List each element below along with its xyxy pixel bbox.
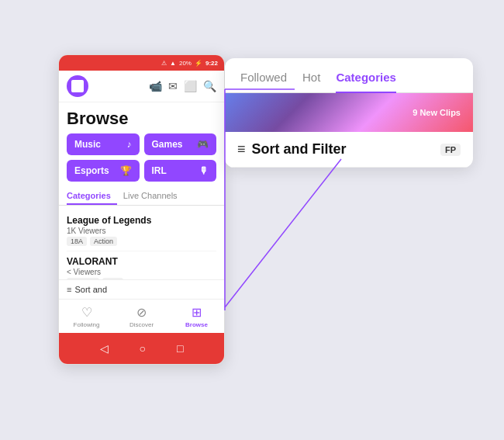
battery-indicator: 20%: [179, 60, 192, 67]
discover-label: Discover: [129, 321, 154, 328]
games-icon: 🎮: [197, 139, 209, 150]
sort-icon: ≡: [67, 285, 71, 294]
tag-action: Action: [90, 237, 117, 246]
irl-category-button[interactable]: IRL 🎙: [144, 160, 217, 182]
browse-title: Browse: [59, 102, 224, 133]
search-icon[interactable]: 🔍: [203, 80, 216, 92]
game-name-lol: League of Legends: [67, 215, 216, 226]
android-navigation-bar: ◁ ○ □: [59, 333, 224, 364]
music-label: Music: [74, 139, 101, 150]
irl-icon: 🎙: [199, 165, 209, 176]
new-clips-badge: 9 New Clips: [413, 108, 461, 117]
app-header: 📹 ✉ ⬜ 🔍: [59, 71, 224, 102]
game-viewers-valorant: < Viewers: [67, 268, 216, 276]
fp-badge: FP: [440, 144, 461, 156]
sort-filter-expanded-label: Sort and Filter: [252, 141, 347, 158]
expanded-panel: Followed Hot Categories 9 New Clips ≡ So…: [225, 58, 473, 168]
phone-frame: ⚠ ▲ 20% ⚡ 9:22 📹 ✉ ⬜ 🔍 Browse Music ♪ Ga…: [58, 54, 225, 365]
category-buttons-grid: Music ♪ Games 🎮 Esports 🏆 IRL 🎙: [59, 133, 224, 182]
wifi-icon: ▲: [170, 60, 176, 67]
image-strip: 9 New Clips: [225, 93, 473, 132]
back-button[interactable]: ◁: [100, 342, 109, 355]
games-category-button[interactable]: Games 🎮: [144, 133, 217, 155]
sub-tabs-bar: Categories Live Channels: [59, 188, 224, 206]
esports-icon: 🏆: [120, 165, 132, 176]
mail-icon[interactable]: ✉: [168, 80, 178, 92]
sort-filter-icon: ≡: [237, 141, 246, 158]
browse-icon: ⊞: [192, 305, 202, 320]
tab-categories[interactable]: Categories: [67, 188, 117, 205]
status-bar: ⚠ ▲ 20% ⚡ 9:22: [59, 55, 224, 71]
game-tags-lol: 18A Action: [67, 237, 216, 246]
game-name-valorant: VALORANT: [67, 256, 216, 267]
panel-tab-hot[interactable]: Hot: [302, 71, 320, 92]
game-viewers-lol: 1K Viewers: [67, 227, 216, 235]
tag-18a: 18A: [67, 237, 87, 246]
nav-discover[interactable]: ⊘ Discover: [114, 305, 169, 328]
status-separator: ⚡: [195, 60, 202, 67]
bottom-nav-bar: ♡ Following ⊘ Discover ⊞ Browse: [59, 299, 224, 333]
sort-filter-expanded-row[interactable]: ≡ Sort and Filter FP: [225, 132, 473, 168]
alert-icon: ⚠: [161, 60, 167, 67]
sort-filter-bar[interactable]: ≡ Sort and: [59, 279, 224, 299]
following-icon: ♡: [81, 305, 92, 320]
panel-tabs-bar: Followed Hot Categories: [225, 58, 473, 93]
music-category-button[interactable]: Music ♪: [67, 133, 140, 155]
sort-bar-label: Sort and: [74, 285, 107, 294]
panel-tab-followed[interactable]: Followed: [240, 71, 287, 92]
recents-button[interactable]: □: [177, 342, 183, 355]
screen-icon[interactable]: ⬜: [184, 80, 197, 92]
nav-browse[interactable]: ⊞ Browse: [169, 305, 224, 328]
status-time: 9:22: [205, 60, 218, 67]
following-label: Following: [74, 321, 100, 328]
svg-line-2: [225, 159, 341, 307]
esports-label: Esports: [74, 165, 109, 176]
nav-following[interactable]: ♡ Following: [59, 305, 114, 328]
panel-tab-categories[interactable]: Categories: [336, 71, 396, 93]
esports-category-button[interactable]: Esports 🏆: [67, 160, 140, 182]
game-item-lol[interactable]: League of Legends 1K Viewers 18A Action: [67, 210, 216, 251]
logo-mark: [71, 80, 84, 92]
discover-icon: ⊘: [136, 305, 147, 320]
browse-label: Browse: [185, 321, 208, 328]
tab-live-channels[interactable]: Live Channels: [117, 188, 184, 205]
games-label: Games: [152, 139, 183, 150]
header-icons-group: 📹 ✉ ⬜ 🔍: [149, 80, 216, 92]
irl-label: IRL: [152, 165, 167, 176]
music-icon: ♪: [127, 139, 132, 150]
app-logo[interactable]: [67, 75, 88, 97]
home-button[interactable]: ○: [140, 342, 146, 355]
video-icon[interactable]: 📹: [149, 80, 162, 92]
